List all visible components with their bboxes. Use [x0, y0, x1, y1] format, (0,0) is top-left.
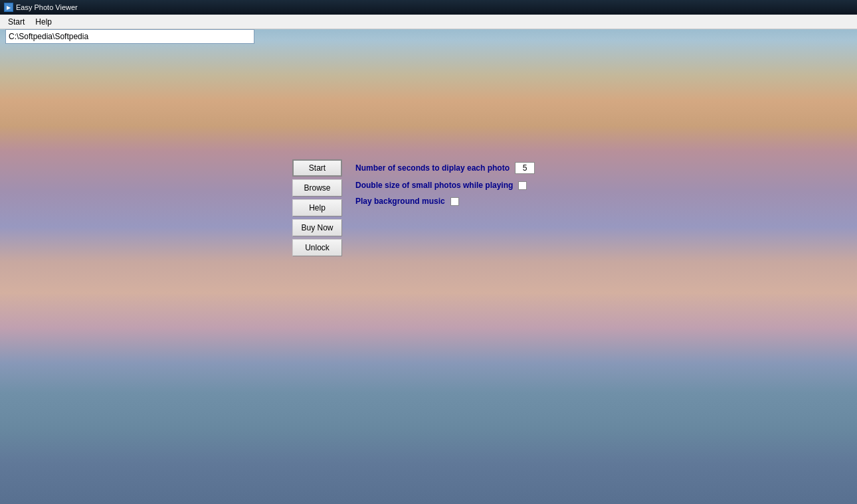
path-bar — [5, 29, 254, 44]
seconds-input[interactable] — [515, 162, 535, 174]
title-bar: ▶ Easy Photo Viewer — [0, 0, 857, 15]
window-title: Easy Photo Viewer — [16, 3, 78, 11]
double-size-option-row: Double size of small photos while playin… — [355, 181, 535, 190]
menu-item-help[interactable]: Help — [30, 16, 57, 28]
buynow-button[interactable]: Buy Now — [292, 219, 342, 236]
app-icon: ▶ — [4, 3, 13, 12]
background-music-label: Play background music — [355, 197, 445, 206]
background-music-checkbox[interactable] — [450, 197, 459, 206]
button-column: Start Browse Help Buy Now Unlock — [292, 159, 342, 256]
menu-item-start[interactable]: Start — [3, 16, 30, 28]
background-music-option-row: Play background music — [355, 197, 535, 206]
options-panel: Number of seconds to diplay each photo D… — [355, 159, 535, 206]
path-input[interactable] — [5, 29, 254, 44]
unlock-button[interactable]: Unlock — [292, 239, 342, 256]
double-size-checkbox[interactable] — [518, 181, 527, 190]
start-button[interactable]: Start — [292, 159, 342, 177]
seconds-option-row: Number of seconds to diplay each photo — [355, 162, 535, 174]
menu-bar: Start Help — [0, 15, 857, 29]
control-panel: Start Browse Help Buy Now Unlock Number … — [292, 159, 535, 256]
double-size-label: Double size of small photos while playin… — [355, 181, 513, 190]
help-button[interactable]: Help — [292, 199, 342, 216]
browse-button[interactable]: Browse — [292, 179, 342, 197]
seconds-label: Number of seconds to diplay each photo — [355, 163, 510, 173]
